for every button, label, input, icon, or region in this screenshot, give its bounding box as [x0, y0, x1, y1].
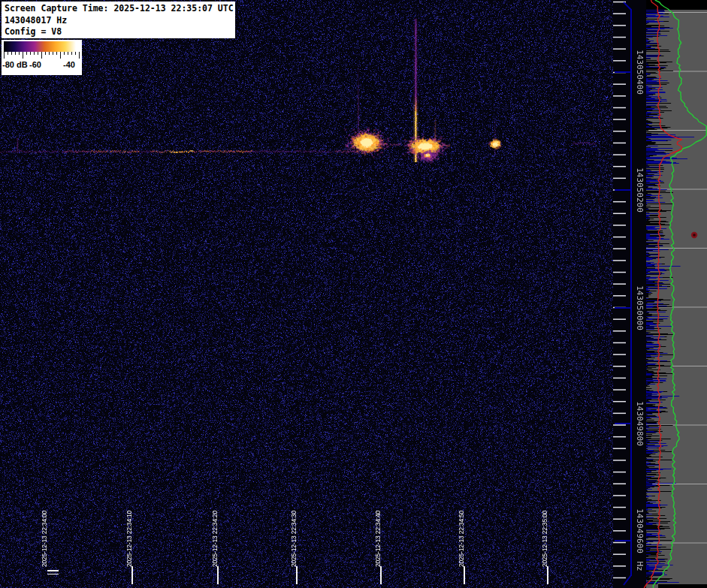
freq-tick-label-text: 143050000	[635, 285, 645, 330]
time-tick-label-text: 2025-12-13 22:35:00	[541, 511, 548, 567]
config-text: Config = V8	[5, 26, 235, 38]
time-tick-label-text: 2025-12-13 22:34:50	[458, 511, 465, 567]
time-tick-mark	[547, 566, 548, 584]
time-tick-mark	[47, 574, 59, 575]
spectrogram-screen-capture: Screen Capture Time: 2025-12-13 22:35:07…	[0, 0, 707, 588]
freq-tick-label-text: 143050400	[635, 50, 645, 95]
time-tick-label-text: 2025-12-13 22:34:40	[374, 511, 382, 567]
time-tick-mark	[217, 566, 219, 584]
colormap-major-ticks	[4, 52, 80, 59]
freq-axis-unit-text: Hz	[635, 561, 645, 571]
capture-info-box: Screen Capture Time: 2025-12-13 22:35:07…	[2, 2, 235, 38]
freq-tick-label-text: 143050200	[635, 167, 645, 213]
scale-label-max: -40	[63, 60, 75, 69]
capture-time-text: Screen Capture Time: 2025-12-13 22:35:07…	[5, 3, 235, 15]
freq-tick-label-text: 143049600	[635, 508, 645, 553]
time-tick-mark	[464, 566, 465, 584]
time-tick-mark	[380, 566, 382, 584]
time-tick-mark	[131, 566, 133, 584]
time-tick-label-text: 2025-12-13 22:34:20	[211, 511, 219, 567]
time-tick-label-text: 2025-12-13 22:34:30	[290, 511, 298, 567]
scale-label-mid: -60	[29, 60, 41, 69]
time-tick-label-text: 2025-12-13 22:34:10	[125, 511, 133, 567]
color-scale-legend: -80 dB -60 -40	[2, 40, 82, 75]
colormap-gradient-bar	[4, 41, 80, 52]
waterfall-and-spectrum-canvas	[0, 0, 707, 588]
time-tick-mark	[296, 566, 298, 584]
scale-label-min: -80 dB	[2, 60, 28, 69]
center-frequency-text: 143048017 Hz	[5, 15, 235, 27]
time-tick-label-text: 2025-12-13 22:34:00	[41, 511, 48, 567]
freq-tick-label-text: 143049800	[635, 401, 645, 446]
time-tick-mark	[47, 570, 59, 571]
